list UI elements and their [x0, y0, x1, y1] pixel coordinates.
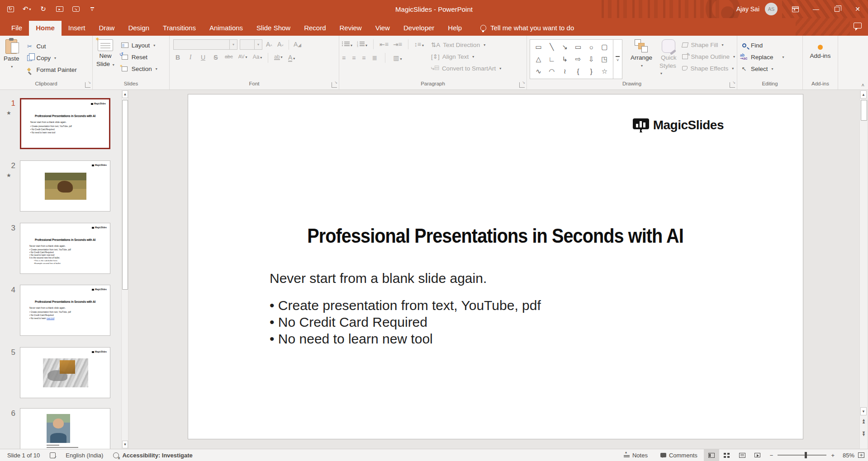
paste-button[interactable]: Paste ▾ — [0, 38, 23, 71]
shape-outline-button[interactable]: Shape Outline▾ — [682, 51, 735, 62]
font-dialog-launcher[interactable] — [332, 82, 337, 88]
numbering-button[interactable]: ▾ — [357, 41, 367, 48]
tell-me-box[interactable]: Tell me what you want to do — [480, 24, 574, 36]
new-slide-button[interactable]: New Slide ▾ — [93, 38, 118, 69]
text-box-shape-icon[interactable]: ▭ — [532, 41, 545, 53]
scribble-shape-icon[interactable]: ∿ — [532, 65, 545, 77]
shapes-gallery[interactable]: ▭ ╲ ↘ ▭ ○ ▢ △ ∟ ↳ ⇨ ⇩ ◳ ∿ ◠ ≀ { } ☆ — [530, 39, 613, 79]
line-spacing-button[interactable]: ↕≡▾ — [414, 41, 424, 48]
align-text-button[interactable]: [⇕]Align Text▾ — [431, 51, 501, 62]
tab-draw[interactable]: Draw — [92, 21, 121, 36]
justify-button[interactable]: ≣ — [372, 54, 378, 61]
italic-button[interactable]: I — [186, 53, 195, 63]
zoom-slider[interactable] — [778, 455, 826, 456]
arrange-button[interactable]: Arrange ▾ — [627, 38, 656, 70]
slide-title[interactable]: Professional Presentations in Seconds wi… — [188, 225, 803, 247]
bold-button[interactable]: B — [173, 53, 182, 63]
arc-shape-icon[interactable]: ◠ — [545, 65, 558, 77]
thumbnail-scroll-down-button[interactable]: ▼ — [122, 441, 128, 448]
tab-record[interactable]: Record — [297, 21, 332, 36]
thumbnail-scrollbar-thumb[interactable] — [122, 100, 128, 290]
avatar[interactable]: AS — [765, 3, 778, 15]
user-name[interactable]: Ajay Sai — [736, 5, 759, 13]
comments-button[interactable]: Comments — [654, 449, 704, 461]
find-button[interactable]: Find — [737, 39, 787, 51]
main-scroll-down-button[interactable]: ▼ — [860, 407, 867, 415]
corner-shape-icon[interactable]: ◳ — [598, 53, 611, 66]
minimize-button[interactable]: — — [806, 0, 826, 18]
section-button[interactable]: Section▾ — [118, 63, 160, 75]
slide-show-view-button[interactable] — [750, 449, 765, 461]
paragraph-dialog-launcher[interactable] — [519, 82, 525, 88]
tab-animations[interactable]: Animations — [203, 21, 250, 36]
left-brace-shape-icon[interactable]: { — [571, 65, 584, 77]
oval-shape-icon[interactable]: ○ — [585, 41, 598, 53]
cut-button[interactable]: ✂Cut — [23, 40, 80, 52]
rectangle-shape-icon[interactable]: ▭ — [571, 41, 584, 53]
increase-indent-button[interactable]: ⇥≡ — [393, 41, 402, 48]
decrease-indent-button[interactable]: ⇤≡ — [379, 41, 389, 48]
zoom-in-button[interactable]: + — [831, 452, 835, 459]
curve-shape-icon[interactable]: ≀ — [558, 65, 571, 77]
fit-to-window-button[interactable]: ✛ — [858, 452, 864, 458]
columns-button[interactable]: ▥▾ — [393, 54, 402, 61]
format-painter-button[interactable]: Format Painter — [23, 64, 80, 75]
align-right-button[interactable]: ≡ — [362, 54, 365, 61]
slide-2-thumbnail[interactable]: MagicSlides — [20, 160, 110, 212]
notes-button[interactable]: Notes — [617, 449, 654, 461]
tab-design[interactable]: Design — [121, 21, 156, 36]
tab-help[interactable]: Help — [441, 21, 469, 36]
arrow-shape-icon[interactable]: ↘ — [558, 41, 571, 53]
slide-5-thumbnail[interactable]: MagicSlides — [20, 347, 110, 398]
next-slide-button[interactable]: ▼▼ — [861, 432, 867, 436]
slide-4-thumbnail[interactable]: MagicSlides Professional Presentations i… — [20, 285, 110, 336]
shape-fill-button[interactable]: Shape Fill▾ — [682, 39, 735, 50]
zoom-slider-thumb[interactable] — [805, 452, 807, 458]
tab-transitions[interactable]: Transitions — [156, 21, 203, 36]
shape-effects-button[interactable]: Shape Effects▾ — [682, 63, 735, 74]
addins-button[interactable]: Add-ins — [803, 45, 838, 59]
copy-button[interactable]: Copy▾ — [23, 52, 80, 64]
accessibility-status[interactable]: Accessibility: Investigate — [113, 452, 192, 459]
thumbnail-scrollbar[interactable]: ▲ ▼ — [121, 90, 128, 449]
slide-sorter-view-button[interactable] — [719, 449, 735, 461]
share-comment-icon[interactable] — [854, 23, 862, 28]
spell-check-icon[interactable] — [50, 452, 56, 458]
normal-view-button[interactable] — [704, 449, 719, 461]
shapes-gallery-more-button[interactable]: ˅ — [613, 39, 622, 79]
tab-view[interactable]: View — [369, 21, 397, 36]
reading-view-button[interactable] — [735, 449, 750, 461]
grow-font-button[interactable]: A˄ — [265, 40, 274, 50]
bullets-button[interactable]: ▾ — [342, 41, 352, 48]
tab-developer[interactable]: Developer — [397, 21, 441, 36]
down-arrow-shape-icon[interactable]: ⇩ — [585, 53, 598, 66]
clear-formatting-button[interactable]: A◢ — [293, 40, 302, 50]
tab-home[interactable]: Home — [29, 21, 62, 36]
layout-button[interactable]: Layout▾ — [118, 39, 160, 51]
thumbnail-scroll-up-button[interactable]: ▲ — [122, 90, 128, 98]
right-brace-shape-icon[interactable]: } — [585, 65, 598, 77]
slide-intro-text[interactable]: Never start from a blank slide again. — [270, 271, 487, 286]
right-arrow-shape-icon[interactable]: ⇨ — [571, 53, 584, 66]
close-button[interactable]: ✕ — [847, 0, 868, 18]
tab-slide-show[interactable]: Slide Show — [250, 21, 297, 36]
restore-button[interactable] — [826, 0, 847, 18]
elbow-arrow-connector-shape-icon[interactable]: ↳ — [558, 53, 571, 66]
slide-1-thumbnail[interactable]: MagicSlides Professional Presentations i… — [20, 98, 110, 149]
character-spacing-button[interactable]: AV▾ — [237, 53, 248, 63]
change-case-button[interactable]: Aa▾ — [252, 53, 263, 63]
previous-slide-button[interactable]: ▲▲ — [861, 419, 867, 423]
slide-6-thumbnail[interactable] — [20, 408, 110, 449]
align-center-button[interactable]: ≡ — [352, 54, 356, 61]
replace-button[interactable]: ab⇢acReplace▾ — [737, 51, 787, 63]
zoom-level[interactable]: 85% — [839, 452, 858, 459]
quick-styles-button[interactable]: Quick Styles ▾ — [656, 38, 681, 78]
slide-canvas[interactable]: MagicSlides Professional Presentations i… — [188, 94, 803, 439]
main-scroll-up-button[interactable]: ▲ — [860, 90, 867, 99]
tab-insert[interactable]: Insert — [62, 21, 92, 36]
strikethrough-button[interactable]: abc — [224, 53, 234, 63]
tab-file[interactable]: File — [5, 21, 29, 36]
clipboard-dialog-launcher[interactable] — [85, 82, 90, 88]
rounded-rectangle-shape-icon[interactable]: ▢ — [598, 41, 611, 53]
slide-counter[interactable]: Slide 1 of 10 — [7, 452, 40, 459]
